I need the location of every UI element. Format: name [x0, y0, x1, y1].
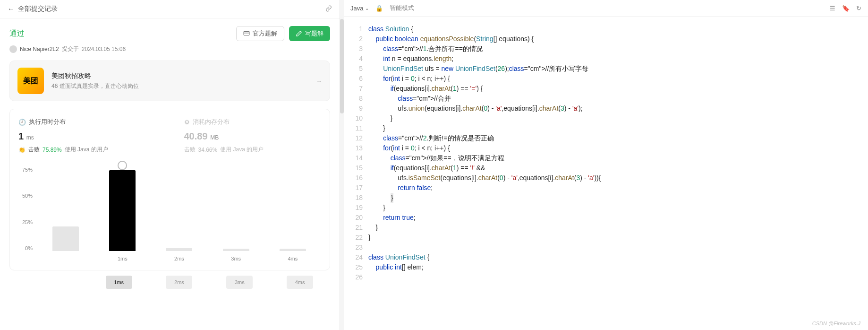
x-strip: 1ms2ms3ms4ms	[9, 273, 330, 291]
strip-cell[interactable]: 3ms	[226, 276, 253, 289]
beat-label: 击败	[28, 146, 40, 154]
editor-header: Java ⌄ 🔒 智能模式 ☰ 🔖 ↻	[344, 0, 868, 17]
submit-prefix: 提交于	[62, 45, 79, 53]
beat-time-pct: 75.89%	[43, 147, 62, 153]
x-axis: 1ms2ms3ms4ms	[37, 256, 321, 261]
watermark: CSDN @Fireworks-J	[812, 321, 860, 326]
runtime-chart: 75%50%25%0% 1ms2ms3ms4ms	[18, 167, 321, 261]
stat-mem-head: ⚙ 消耗内存分布	[184, 118, 322, 126]
clock-icon: 🕘	[18, 119, 26, 126]
write-solution-label: 写题解	[305, 29, 323, 38]
chart-bar[interactable]	[52, 226, 79, 251]
status-row: 通过 官方题解 写题解	[0, 18, 340, 45]
beat-mem-pct: 34.66%	[198, 147, 218, 153]
back-arrow-icon[interactable]: ←	[8, 5, 14, 13]
stat-time-unit: ms	[26, 134, 34, 141]
chevron-down-icon: ⌄	[365, 6, 369, 11]
left-panel: ← 全部提交记录 通过 官方题解 写题解 Nice Napier2L2 提交于 …	[0, 0, 340, 330]
stat-mem-label: 消耗内存分布	[193, 118, 230, 126]
strip-cell[interactable]: 2ms	[166, 276, 192, 289]
clap-icon: 👏	[18, 147, 26, 153]
left-header: ← 全部提交记录	[0, 0, 340, 18]
user-marker	[118, 161, 127, 170]
lock-icon: 🔒	[375, 5, 383, 12]
promo-card[interactable]: 美团 美团秋招攻略 46 道面试真题实录，直击心动岗位 →	[9, 61, 330, 101]
editor-toolbar: ☰ 🔖 ↻	[830, 5, 861, 12]
memory-icon: ⚙	[184, 119, 190, 126]
stats-top: 🕘 执行用时分布 1 ms 👏 击败 75.89% 使用 Java 的用户 ⚙	[18, 118, 321, 154]
stat-time-label: 执行用时分布	[29, 118, 66, 126]
menu-icon[interactable]: ☰	[830, 5, 835, 12]
stats-card: 🕘 执行用时分布 1 ms 👏 击败 75.89% 使用 Java 的用户 ⚙	[9, 109, 330, 270]
right-panel: Java ⌄ 🔒 智能模式 ☰ 🔖 ↻ 12345678910111213141…	[344, 0, 868, 330]
header-title: 全部提交记录	[18, 5, 58, 13]
promo-title: 美团秋招攻略	[51, 72, 139, 80]
scrollbar-thumb[interactable]	[340, 19, 344, 113]
stat-memory: ⚙ 消耗内存分布 40.89 MB 击败 34.66% 使用 Java 的用户	[184, 118, 322, 154]
submit-time: 2024.03.05 15:06	[82, 46, 126, 52]
stat-time: 🕘 执行用时分布 1 ms 👏 击败 75.89% 使用 Java 的用户	[18, 118, 156, 154]
left-scrollbar[interactable]	[340, 0, 344, 330]
code-content[interactable]: class Solution { public boolean equation…	[368, 17, 868, 330]
beat-time-rest: 使用 Java 的用户	[65, 146, 108, 154]
stat-time-beat: 👏 击败 75.89% 使用 Java 的用户	[18, 146, 156, 154]
username[interactable]: Nice Napier2L2	[20, 46, 59, 52]
stat-mem-value: 40.89	[184, 131, 208, 141]
svg-rect-0	[244, 31, 249, 35]
reset-icon[interactable]: ↻	[856, 5, 861, 12]
arrow-right-icon: →	[316, 78, 322, 85]
stat-mem-beat: 击败 34.66% 使用 Java 的用户	[184, 146, 322, 154]
beat-mem-rest: 使用 Java 的用户	[220, 146, 264, 154]
official-solution-label: 官方题解	[253, 29, 277, 38]
chart-bar[interactable]	[223, 249, 249, 251]
strip-cell[interactable]: 1ms	[106, 276, 132, 289]
user-row: Nice Napier2L2 提交于 2024.03.05 15:06	[0, 45, 340, 61]
language-selector[interactable]: Java ⌄	[350, 5, 369, 12]
bookmark-icon[interactable]: 🔖	[842, 5, 850, 12]
status-text: 通过	[9, 29, 25, 39]
chart-bar[interactable]	[109, 170, 136, 251]
beat-label-mem: 击败	[184, 146, 196, 154]
promo-text: 美团秋招攻略 46 道面试真题实录，直击心动岗位	[51, 72, 139, 90]
stat-mem-unit: MB	[210, 134, 219, 141]
chart-bar[interactable]	[166, 248, 192, 251]
write-solution-button[interactable]: 写题解	[289, 26, 330, 41]
avatar	[9, 45, 17, 53]
language-label: Java	[350, 5, 363, 12]
promo-subtitle: 46 道面试真题实录，直击心动岗位	[51, 82, 139, 90]
link-icon[interactable]	[325, 5, 332, 13]
chart-plot	[37, 167, 321, 251]
y-axis: 75%50%25%0%	[18, 167, 35, 251]
mode-label: 智能模式	[390, 4, 414, 12]
stat-time-head: 🕘 执行用时分布	[18, 118, 156, 126]
chart-bar[interactable]	[280, 249, 306, 251]
official-solution-button[interactable]: 官方题解	[236, 26, 284, 41]
stat-time-value: 1	[18, 131, 24, 141]
code-editor[interactable]: 1234567891011121314151617181920212223242…	[344, 17, 868, 330]
promo-image: 美团	[17, 68, 44, 94]
line-gutter: 1234567891011121314151617181920212223242…	[344, 17, 368, 330]
strip-cell[interactable]: 4ms	[287, 276, 313, 289]
